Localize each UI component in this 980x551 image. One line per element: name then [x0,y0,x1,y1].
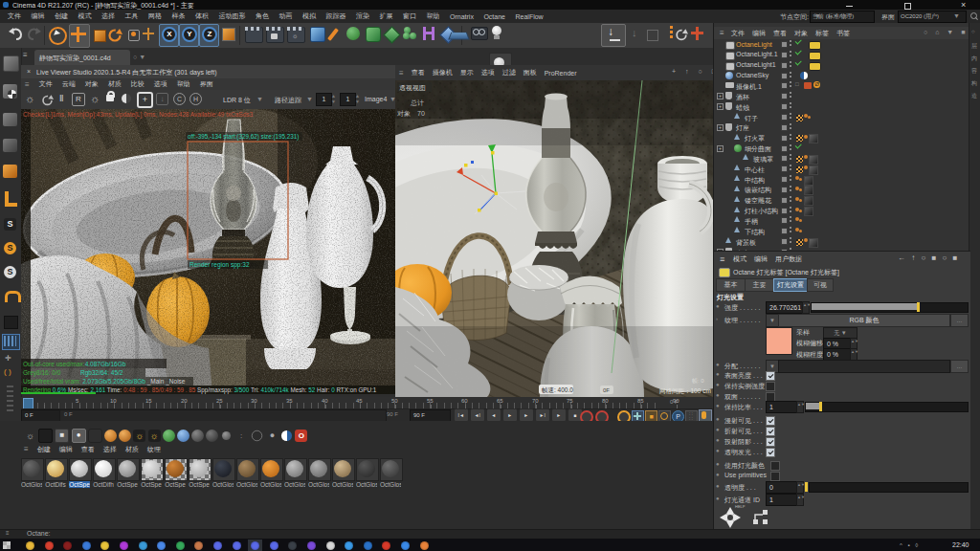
svg-text:对象 70: 对象 70 [397,110,425,117]
svg-text:总计: 总计 [410,99,424,106]
svg-text:Render region spp:32: Render region spp:32 [189,261,250,269]
svg-text:透视视图: 透视视图 [399,84,426,92]
svg-text:off:-395,-134 start:(329,62) s: off:-395,-134 start:(329,62) size:(195,2… [188,133,299,141]
svg-text:网格间距：100 cm: 网格间距：100 cm [659,387,711,395]
svg-text:Out-of-core used/max:4.087Gb/1: Out-of-core used/max:4.087Gb/16Gb [23,361,126,367]
svg-text:Used/free/total vram: 2.073Gb/: Used/free/total vram: 2.073Gb/5.205Gb/8G… [23,378,186,386]
svg-text:Checks:[L]1ms, Mesh[Op]:43ms,: Checks:[L]1ms, Mesh[Op]:43ms, Update[L] … [23,111,254,119]
svg-text:帧速: 400.0: 帧速: 400.0 [542,386,573,394]
svg-text:0F: 0F [603,387,610,393]
svg-text:帧: 0: 帧: 0 [692,378,704,384]
